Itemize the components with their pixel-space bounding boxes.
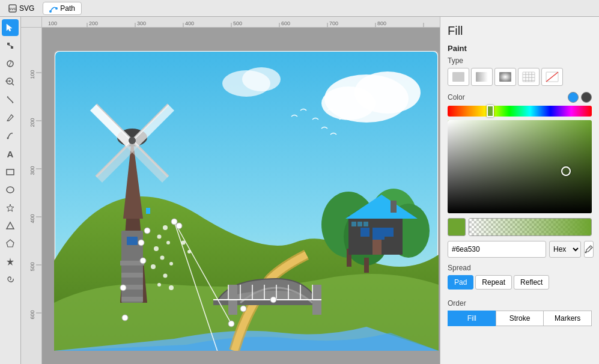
svg-rect-94 (127, 237, 138, 245)
svg-text:200: 200 (89, 20, 98, 26)
current-color-swatch[interactable] (448, 218, 466, 236)
spread-reflect[interactable]: Reflect (514, 275, 549, 290)
color-circle-blue[interactable] (568, 92, 579, 103)
zoom-tool[interactable] (2, 73, 19, 90)
hue-bar-container[interactable] (448, 106, 592, 117)
hex-input-row: Hex RGB HSL (448, 241, 592, 258)
canvas-wrapper: 100 200 300 400 500 600 700 800 (21, 17, 440, 364)
svg-text:200: 200 (29, 118, 35, 127)
spread-repeat[interactable]: Repeat (475, 275, 512, 290)
eyedropper-button[interactable] (584, 241, 594, 258)
svg-point-105 (157, 235, 162, 239)
horizontal-ruler: 100 200 300 400 500 600 700 800 (42, 17, 440, 28)
select-tool[interactable] (2, 19, 19, 36)
vertical-ruler: 100 200 300 400 500 600 (21, 28, 42, 364)
canvas-area[interactable] (42, 28, 440, 364)
tab-path[interactable]: Path (43, 2, 82, 15)
svg-text:700: 700 (329, 20, 338, 26)
text-tool[interactable]: A (2, 145, 19, 162)
svg-rect-83 (363, 222, 368, 226)
star-tool[interactable] (2, 199, 19, 216)
svg-text:800: 800 (377, 20, 386, 26)
svg-point-127 (240, 306, 246, 312)
order-tabs: Fill Stroke Markers (448, 311, 592, 326)
svg-point-109 (169, 262, 173, 265)
starshape-tool[interactable] (2, 253, 19, 270)
svg-line-13 (7, 97, 13, 103)
type-radial[interactable] (494, 68, 516, 86)
svg-text:100: 100 (48, 20, 57, 26)
svg-rect-85 (391, 201, 397, 213)
measure-tool[interactable] (2, 91, 19, 108)
svg-rect-5 (7, 43, 10, 45)
svg-rect-78 (372, 228, 385, 240)
type-label: Type (448, 56, 592, 65)
svg-point-103 (129, 137, 136, 144)
svg-point-58 (242, 67, 281, 91)
spread-pad[interactable]: Pad (448, 275, 473, 290)
order-fill[interactable]: Fill (448, 311, 496, 326)
type-pattern[interactable] (518, 68, 540, 86)
spread-row: Pad Repeat Reflect (448, 275, 592, 290)
panel-title: Fill (448, 24, 592, 38)
tab-path-label: Path (60, 4, 75, 13)
hue-marker (487, 105, 494, 117)
ellipse-tool[interactable] (2, 181, 19, 198)
color-label: Color (448, 93, 465, 102)
svg-marker-4 (7, 24, 12, 31)
tab-svg-label: SVG (19, 4, 34, 13)
svg-marker-20 (7, 204, 14, 211)
pentagon-tool[interactable] (2, 235, 19, 252)
type-swatch[interactable] (541, 68, 563, 86)
tweak-tool[interactable] (2, 55, 19, 72)
color-circle-dark[interactable] (581, 92, 592, 103)
svg-rect-90 (121, 273, 143, 278)
svg-point-112 (157, 283, 161, 287)
right-panel: Fill Paint Type (440, 17, 599, 364)
color-circles (568, 92, 592, 103)
svg-point-119 (171, 219, 177, 225)
svg-point-123 (140, 258, 146, 264)
spiral-tool[interactable] (2, 271, 19, 288)
node-tool[interactable] (2, 37, 19, 54)
tab-svg[interactable]: SVG SVG (2, 2, 40, 14)
order-label: Order (448, 299, 592, 308)
svg-point-111 (163, 274, 168, 278)
left-toolbar: A (0, 17, 21, 364)
type-flat[interactable] (448, 68, 469, 86)
svg-marker-23 (7, 258, 14, 265)
color-row: Color (448, 92, 592, 103)
hex-input[interactable] (448, 241, 546, 258)
svg-point-143 (585, 252, 587, 253)
order-section: Order Fill Stroke Markers (448, 299, 592, 326)
path-icon (49, 4, 58, 13)
svg-rect-81 (351, 222, 356, 226)
svg-line-7 (8, 45, 12, 46)
svg-text:600: 600 (29, 310, 35, 319)
rect-tool[interactable] (2, 163, 19, 180)
format-select[interactable]: Hex RGB HSL (549, 241, 581, 258)
svg-rect-82 (357, 222, 362, 226)
svg-point-17 (7, 138, 9, 139)
svg-rect-132 (499, 72, 511, 82)
svg-point-106 (166, 241, 170, 244)
svg-text:300: 300 (29, 166, 35, 175)
svg-point-107 (154, 246, 159, 251)
spread-section: Spread Pad Repeat Reflect (448, 264, 592, 290)
svg-point-2 (49, 10, 52, 13)
pen-tool[interactable] (2, 127, 19, 144)
hue-bar[interactable] (448, 106, 592, 117)
svg-point-120 (176, 223, 182, 229)
alpha-bar[interactable] (469, 218, 592, 236)
swatch-row (448, 218, 592, 236)
type-linear[interactable] (471, 68, 493, 86)
type-row (448, 68, 592, 86)
order-markers[interactable]: Markers (543, 311, 592, 326)
svg-point-122 (138, 240, 144, 246)
pencil-tool[interactable] (2, 109, 19, 126)
triangle-tool[interactable] (2, 217, 19, 234)
svg-rect-80 (385, 228, 394, 237)
color-picker-area[interactable] (448, 120, 592, 213)
order-stroke[interactable]: Stroke (496, 311, 544, 326)
svg-text:600: 600 (281, 20, 290, 26)
